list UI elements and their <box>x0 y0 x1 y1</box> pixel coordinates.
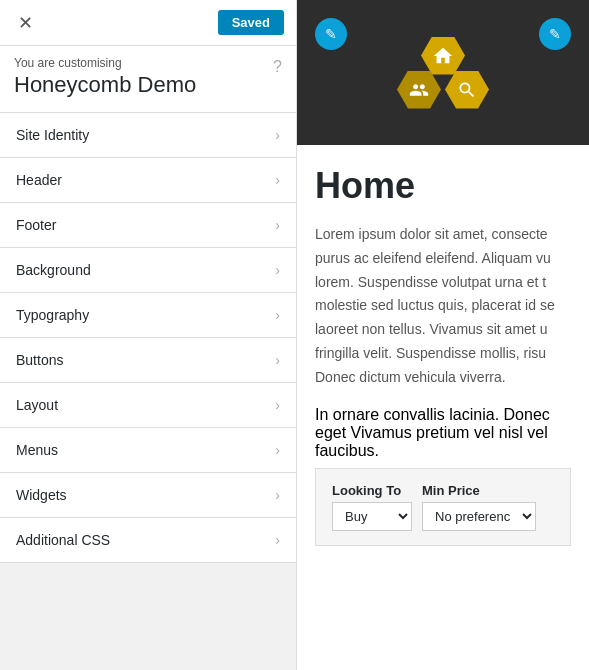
hex-bottom-left <box>397 71 441 109</box>
preview-panel: ✎ ✎ <box>297 0 589 670</box>
menu-item-layout[interactable]: Layout› <box>0 383 296 428</box>
customizer-panel: ✕ Saved You are customising Honeycomb De… <box>0 0 297 670</box>
customising-label: You are customising <box>14 56 282 70</box>
customising-section: You are customising Honeycomb Demo ? <box>0 46 296 113</box>
menu-item-typography[interactable]: Typography› <box>0 293 296 338</box>
pencil-icon: ✎ <box>325 26 337 42</box>
menu-item-label-typography: Typography <box>16 307 89 323</box>
looking-to-select[interactable]: Buy <box>332 502 412 531</box>
site-title: Honeycomb Demo <box>14 72 282 98</box>
saved-button[interactable]: Saved <box>218 10 284 35</box>
menu-item-header[interactable]: Header› <box>0 158 296 203</box>
menu-item-label-footer: Footer <box>16 217 56 233</box>
looking-to-field: Looking To Buy <box>332 483 412 531</box>
lorem-paragraph-1: Lorem ipsum dolor sit amet, consecte pur… <box>315 223 571 390</box>
chevron-icon-additional-css: › <box>275 532 280 548</box>
top-bar: ✕ Saved <box>0 0 296 46</box>
menu-item-background[interactable]: Background› <box>0 248 296 293</box>
chevron-icon-site-identity: › <box>275 127 280 143</box>
menu-item-label-site-identity: Site Identity <box>16 127 89 143</box>
chevron-icon-buttons: › <box>275 352 280 368</box>
menu-item-site-identity[interactable]: Site Identity› <box>0 113 296 158</box>
menu-item-label-additional-css: Additional CSS <box>16 532 110 548</box>
chevron-icon-menus: › <box>275 442 280 458</box>
menu-list: Site Identity›Header›Footer›Background›T… <box>0 113 296 670</box>
menu-item-label-layout: Layout <box>16 397 58 413</box>
min-price-field: Min Price No preferenc <box>422 483 536 531</box>
page-title: Home <box>315 165 571 207</box>
lorem-paragraph-2: In ornare convallis lacinia. Donec eget … <box>315 406 571 460</box>
chevron-icon-header: › <box>275 172 280 188</box>
chevron-icon-layout: › <box>275 397 280 413</box>
menu-item-additional-css[interactable]: Additional CSS› <box>0 518 296 563</box>
edit-header-button[interactable]: ✎ <box>315 18 347 50</box>
chevron-icon-background: › <box>275 262 280 278</box>
menu-item-menus[interactable]: Menus› <box>0 428 296 473</box>
menu-item-label-background: Background <box>16 262 91 278</box>
menu-item-label-buttons: Buttons <box>16 352 63 368</box>
close-button[interactable]: ✕ <box>12 12 39 34</box>
chevron-icon-footer: › <box>275 217 280 233</box>
min-price-label: Min Price <box>422 483 536 498</box>
logo <box>395 39 491 107</box>
hex-bottom-right <box>445 71 489 109</box>
preview-header: ✎ ✎ <box>297 0 589 145</box>
menu-item-buttons[interactable]: Buttons› <box>0 338 296 383</box>
edit-logo-button[interactable]: ✎ <box>539 18 571 50</box>
menu-item-label-menus: Menus <box>16 442 58 458</box>
pencil-icon-right: ✎ <box>549 26 561 42</box>
menu-item-label-header: Header <box>16 172 62 188</box>
preview-content: Home Lorem ipsum dolor sit amet, consect… <box>297 145 589 670</box>
chevron-icon-typography: › <box>275 307 280 323</box>
menu-item-widgets[interactable]: Widgets› <box>0 473 296 518</box>
chevron-icon-widgets: › <box>275 487 280 503</box>
looking-to-label: Looking To <box>332 483 412 498</box>
search-widget: Looking To Buy Min Price No preferenc <box>315 468 571 546</box>
min-price-select[interactable]: No preferenc <box>422 502 536 531</box>
menu-item-footer[interactable]: Footer› <box>0 203 296 248</box>
menu-item-label-widgets: Widgets <box>16 487 67 503</box>
help-icon[interactable]: ? <box>273 58 282 76</box>
